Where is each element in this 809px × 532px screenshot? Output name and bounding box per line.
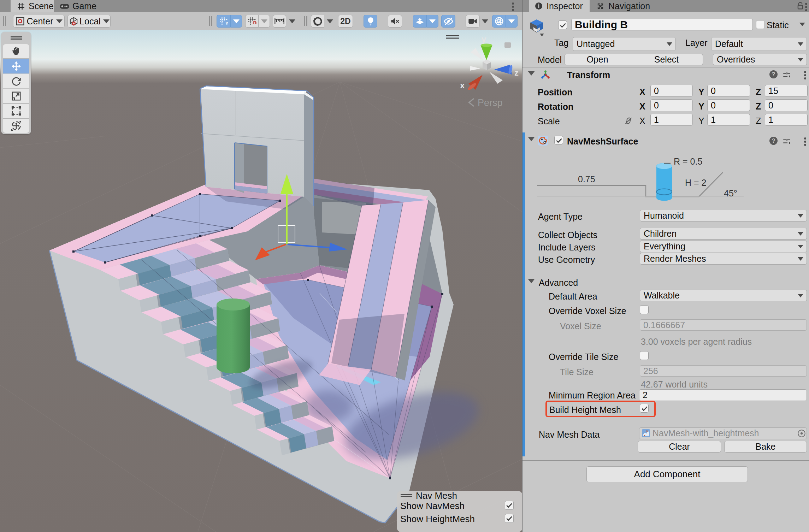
svg-text:Y: Y — [225, 21, 229, 26]
svg-text:Persp: Persp — [478, 97, 503, 108]
svg-text:y: y — [482, 34, 486, 44]
svg-text:H = 2: H = 2 — [685, 178, 706, 188]
svg-text:R = 0.5: R = 0.5 — [674, 156, 702, 166]
svg-text:x: x — [460, 81, 465, 90]
svg-text:0.75: 0.75 — [578, 174, 595, 184]
svg-text:z: z — [514, 68, 519, 77]
svg-text:45°: 45° — [724, 188, 737, 198]
